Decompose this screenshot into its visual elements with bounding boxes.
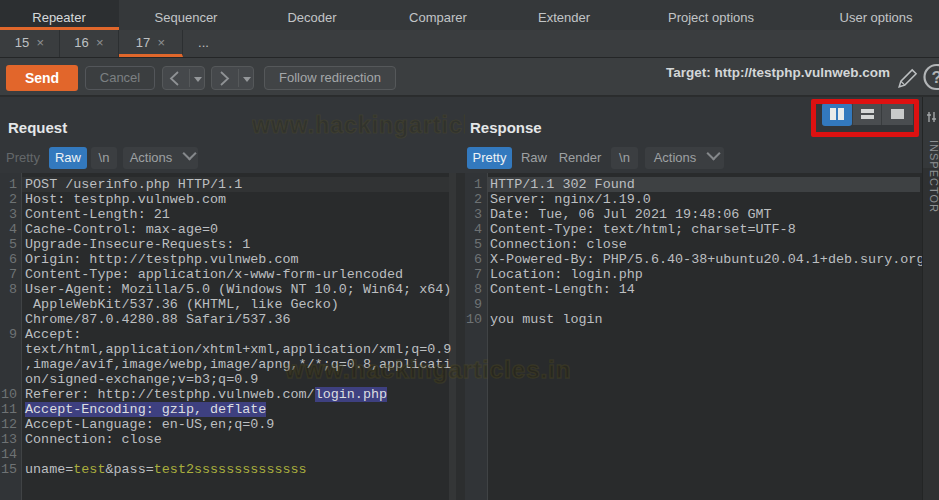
svg-text:?: ? — [932, 68, 939, 87]
